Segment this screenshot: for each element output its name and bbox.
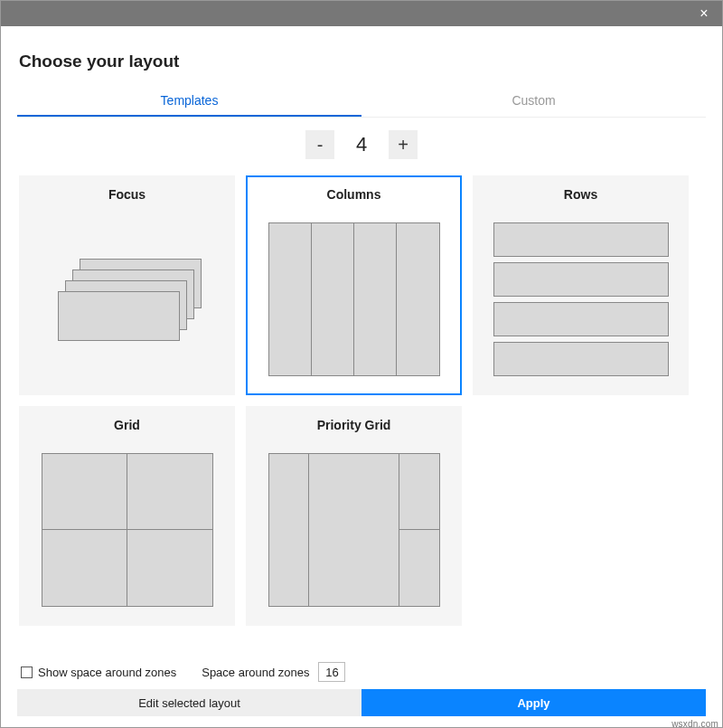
- zone: [127, 454, 212, 530]
- template-label: Grid: [114, 418, 140, 432]
- edit-layout-button[interactable]: Edit selected layout: [17, 689, 362, 716]
- space-around-field: Space around zones 16: [202, 662, 345, 682]
- template-preview-priority-grid: [261, 449, 446, 610]
- zone: [309, 454, 399, 606]
- template-card-columns[interactable]: Columns: [246, 175, 462, 395]
- tab-custom[interactable]: Custom: [362, 86, 706, 117]
- show-space-checkbox-wrap[interactable]: Show space around zones: [21, 666, 176, 679]
- template-label: Columns: [327, 187, 381, 202]
- template-card-rows[interactable]: Rows: [473, 175, 689, 395]
- zone: [399, 530, 438, 606]
- tab-templates[interactable]: Templates: [17, 86, 362, 117]
- watermark: wsxdn.com: [671, 719, 718, 728]
- tab-bar: Templates Custom: [17, 86, 706, 118]
- space-around-input[interactable]: 16: [318, 662, 345, 682]
- zone: [312, 223, 353, 375]
- apply-button[interactable]: Apply: [362, 689, 706, 716]
- template-grid: Focus Columns: [17, 175, 706, 626]
- zone: [399, 454, 438, 530]
- zone-count-stepper: - 4 +: [17, 130, 706, 159]
- action-row: Edit selected layout Apply: [17, 689, 706, 716]
- titlebar: ×: [1, 1, 722, 26]
- zone: [269, 223, 311, 375]
- template-label: Priority Grid: [317, 418, 391, 432]
- close-button[interactable]: ×: [686, 1, 722, 26]
- zone: [397, 223, 438, 375]
- show-space-checkbox[interactable]: [21, 667, 33, 678]
- template-label: Rows: [564, 187, 597, 202]
- zone: [42, 454, 127, 530]
- dialog-window: × Choose your layout Templates Custom - …: [0, 0, 723, 728]
- template-label: Focus: [108, 187, 146, 202]
- template-preview-grid: [34, 449, 220, 610]
- decrement-button[interactable]: -: [305, 130, 334, 159]
- footer-options: Show space around zones Space around zon…: [17, 662, 706, 682]
- template-card-grid[interactable]: Grid: [19, 406, 235, 626]
- zone: [493, 222, 669, 257]
- zone: [354, 223, 396, 375]
- template-preview-rows: [488, 218, 673, 380]
- page-title: Choose your layout: [19, 52, 706, 71]
- template-card-priority-grid[interactable]: Priority Grid: [246, 406, 462, 626]
- template-card-focus[interactable]: Focus: [19, 175, 235, 395]
- zone: [42, 530, 127, 606]
- zone: [493, 342, 669, 376]
- content-area: Choose your layout Templates Custom - 4 …: [1, 26, 722, 626]
- focus-stack: [42, 222, 213, 376]
- space-around-label: Space around zones: [202, 666, 309, 679]
- show-space-label: Show space around zones: [38, 666, 176, 679]
- zone: [269, 454, 308, 606]
- zone-count-value: 4: [345, 133, 378, 156]
- close-icon: ×: [700, 5, 708, 22]
- zone: [493, 262, 669, 297]
- template-preview-focus: [34, 218, 220, 380]
- zone: [127, 530, 212, 606]
- template-preview-columns: [261, 218, 446, 380]
- zone: [58, 291, 180, 341]
- zone: [493, 302, 669, 336]
- increment-button[interactable]: +: [389, 130, 418, 159]
